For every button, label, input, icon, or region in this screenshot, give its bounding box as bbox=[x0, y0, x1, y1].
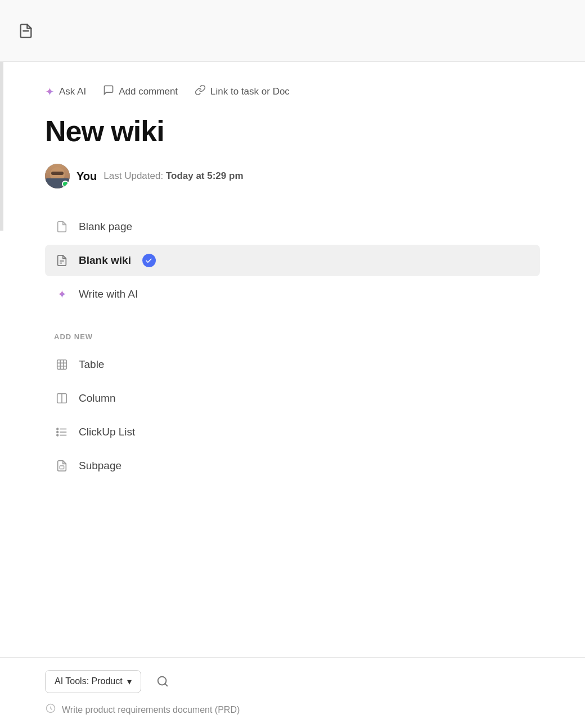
add-new-clickup-list[interactable]: ClickUp List bbox=[45, 416, 540, 448]
column-icon bbox=[54, 390, 70, 406]
left-border bbox=[0, 62, 3, 231]
subpage-label: Subpage bbox=[79, 460, 122, 472]
svg-point-14 bbox=[57, 432, 58, 433]
online-indicator bbox=[62, 181, 69, 187]
page-title: New wiki bbox=[45, 114, 540, 148]
bottom-bar: AI Tools: Product ▾ Write product requir… bbox=[0, 657, 585, 728]
suggestion-text: Write product requirements document (PRD… bbox=[62, 705, 240, 715]
wiki-icon bbox=[54, 253, 70, 268]
add-new-label: ADD NEW bbox=[45, 332, 540, 341]
main-content: ✦ Ask AI Add comment Link to task or Doc… bbox=[0, 62, 585, 504]
top-bar bbox=[0, 0, 585, 62]
comment-icon bbox=[103, 84, 114, 98]
add-new-section: ADD NEW Table bbox=[45, 332, 540, 482]
search-button[interactable] bbox=[150, 669, 175, 694]
add-comment-label: Add comment bbox=[119, 86, 178, 97]
ask-ai-button[interactable]: ✦ Ask AI bbox=[45, 85, 86, 98]
subpage-icon bbox=[54, 458, 70, 474]
author-row: You Last Updated: Today at 5:29 pm bbox=[45, 164, 540, 188]
chevron-down-icon: ▾ bbox=[127, 676, 132, 687]
page-icon bbox=[54, 219, 70, 235]
toolbar: ✦ Ask AI Add comment Link to task or Doc bbox=[45, 84, 540, 98]
svg-line-18 bbox=[165, 684, 167, 686]
add-comment-button[interactable]: Add comment bbox=[103, 84, 178, 98]
list-icon bbox=[54, 424, 70, 440]
link-button[interactable]: Link to task or Doc bbox=[195, 84, 290, 98]
ai-tools-label: AI Tools: Product bbox=[55, 676, 123, 686]
option-write-with-ai[interactable]: ✦ Write with AI bbox=[45, 278, 540, 310]
ai-tools-dropdown[interactable]: AI Tools: Product ▾ bbox=[45, 670, 141, 693]
sparkle-icon: ✦ bbox=[45, 85, 55, 98]
avatar bbox=[45, 164, 70, 188]
svg-rect-16 bbox=[60, 466, 64, 469]
clickup-list-label: ClickUp List bbox=[79, 426, 135, 438]
doc-icon[interactable] bbox=[16, 21, 36, 41]
ask-ai-label: Ask AI bbox=[59, 86, 86, 97]
add-new-items: Table Column bbox=[45, 349, 540, 482]
last-updated: Last Updated: Today at 5:29 pm bbox=[104, 170, 243, 182]
table-label: Table bbox=[79, 358, 104, 371]
add-new-subpage[interactable]: Subpage bbox=[45, 450, 540, 482]
blank-page-label: Blank page bbox=[79, 221, 132, 233]
write-with-ai-label: Write with AI bbox=[79, 288, 138, 300]
template-options: Blank page Blank wiki bbox=[45, 211, 540, 310]
verified-badge bbox=[142, 254, 156, 267]
author-name: You bbox=[76, 170, 97, 183]
blank-wiki-label: Blank wiki bbox=[79, 254, 131, 267]
table-icon bbox=[54, 357, 70, 372]
column-label: Column bbox=[79, 392, 115, 405]
svg-point-13 bbox=[57, 428, 58, 430]
option-blank-page[interactable]: Blank page bbox=[45, 211, 540, 242]
link-icon bbox=[195, 84, 206, 98]
bottom-suggestion[interactable]: Write product requirements document (PRD… bbox=[45, 703, 240, 717]
ai-sparkle-icon: ✦ bbox=[54, 286, 70, 302]
link-label: Link to task or Doc bbox=[210, 86, 290, 97]
suggestion-icon bbox=[45, 703, 56, 717]
option-blank-wiki[interactable]: Blank wiki bbox=[45, 245, 540, 276]
svg-rect-3 bbox=[57, 360, 67, 370]
add-new-column[interactable]: Column bbox=[45, 383, 540, 414]
add-new-table[interactable]: Table bbox=[45, 349, 540, 380]
svg-point-15 bbox=[57, 434, 58, 436]
bottom-toolbar: AI Tools: Product ▾ bbox=[45, 669, 175, 694]
